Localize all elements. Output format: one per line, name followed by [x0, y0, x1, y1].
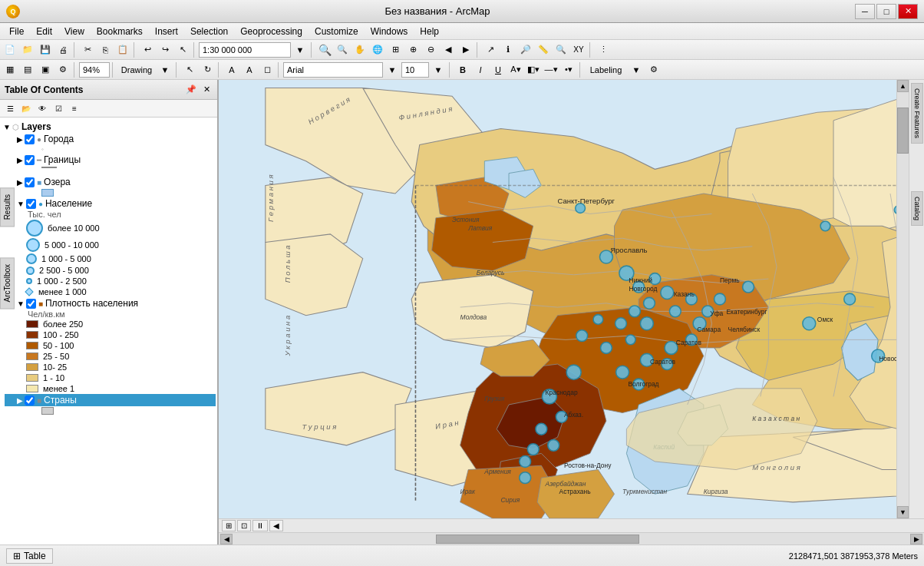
layer-strany[interactable]: ▶ ■ Страны: [5, 394, 216, 406]
goroda-expand[interactable]: ▶: [17, 135, 23, 144]
map-overview[interactable]: ⊞: [222, 520, 236, 531]
font-color-btn[interactable]: A▾: [507, 61, 524, 78]
naselenie-checkbox[interactable]: [26, 199, 36, 209]
layers-expand[interactable]: ▼: [3, 123, 11, 131]
close-button[interactable]: ✕: [898, 4, 918, 19]
goroda-checkbox[interactable]: [25, 134, 35, 144]
fill-color[interactable]: ◻: [259, 61, 276, 78]
menu-view[interactable]: View: [58, 25, 91, 38]
underline-button[interactable]: U: [490, 61, 507, 78]
toc-close-button[interactable]: ✕: [201, 84, 213, 95]
drawing-label[interactable]: Drawing: [117, 61, 156, 78]
undo-button[interactable]: ↩: [139, 41, 156, 58]
open-button[interactable]: 📁: [19, 41, 36, 58]
identify-button[interactable]: ℹ: [500, 41, 516, 58]
draw-btn1[interactable]: ▦: [2, 61, 18, 78]
layers-group[interactable]: ▼ ⬡ Layers: [2, 121, 216, 133]
plotnost-expand[interactable]: ▼: [17, 300, 25, 308]
granitsy-expand[interactable]: ▶: [17, 156, 23, 164]
draw-btn2[interactable]: ▤: [19, 61, 36, 78]
layer-goroda[interactable]: ▶ ● Города: [5, 133, 216, 145]
scale-dropdown[interactable]: ▼: [292, 41, 309, 58]
menu-bookmarks[interactable]: Bookmarks: [91, 25, 149, 38]
full-extent-button[interactable]: 🌐: [369, 41, 386, 58]
plotnost-checkbox[interactable]: [26, 299, 36, 309]
toc-source-view[interactable]: 📂: [19, 101, 33, 115]
paste-button[interactable]: 📋: [114, 41, 131, 58]
save-button[interactable]: 💾: [37, 41, 54, 58]
map-viewport[interactable]: Н о р в е г и я Ф и н л я н д и я Г е р …: [219, 80, 896, 518]
menu-windows[interactable]: Windows: [365, 25, 414, 38]
toc-visibility-view[interactable]: 👁: [35, 101, 49, 115]
map-hscrollbar[interactable]: ◀ ▶: [219, 532, 924, 544]
italic-button[interactable]: I: [472, 61, 489, 78]
copy-button[interactable]: ⎘: [97, 41, 114, 58]
zoom-out-button[interactable]: 🔍: [334, 41, 351, 58]
menu-geoprocessing[interactable]: Geoprocessing: [234, 25, 309, 38]
results-tab[interactable]: Results: [0, 187, 15, 227]
minimize-button[interactable]: ─: [855, 4, 875, 19]
point-color-btn[interactable]: •▾: [560, 61, 577, 78]
granitsy-checkbox[interactable]: [25, 155, 35, 165]
layer-granitsy[interactable]: ▶ ━ Границы: [5, 154, 216, 166]
menu-help[interactable]: Help: [414, 25, 445, 38]
map-vscrollbar[interactable]: ▲ ▼: [896, 80, 909, 518]
hscroll-left[interactable]: ◀: [220, 534, 233, 544]
hscroll-thumb[interactable]: [436, 535, 639, 544]
catalog-tab[interactable]: Catalog: [911, 191, 923, 226]
select-arrow[interactable]: ↖: [174, 41, 191, 58]
zoom-out-map[interactable]: ⊖: [422, 41, 439, 58]
table-button[interactable]: ⊞ Table: [6, 548, 53, 564]
line-color-btn[interactable]: —▾: [543, 61, 559, 78]
zoom-input[interactable]: 94%: [79, 62, 110, 78]
vscroll-thumb[interactable]: [897, 108, 909, 154]
forward-button[interactable]: ▶: [457, 41, 474, 58]
font-input[interactable]: Arial: [283, 62, 383, 78]
more-tools[interactable]: ⋮: [595, 41, 612, 58]
map-zoom-rect[interactable]: ⊡: [237, 520, 251, 531]
labeling-dropdown[interactable]: ▼: [628, 61, 645, 78]
strany-checkbox[interactable]: [25, 396, 35, 405]
zoom-in-button[interactable]: 🔍: [316, 41, 333, 58]
find-button[interactable]: 🔎: [517, 41, 534, 58]
zoom-full-button[interactable]: ⊞: [387, 41, 404, 58]
pointer-tool[interactable]: ↖: [181, 61, 198, 78]
toc-selection-view[interactable]: ☑: [51, 101, 65, 115]
create-features-tab[interactable]: Create Features: [911, 83, 923, 144]
text-tool[interactable]: A: [223, 61, 240, 78]
toc-options[interactable]: ≡: [68, 101, 81, 115]
bold-button[interactable]: B: [454, 61, 471, 78]
vscroll-down[interactable]: ▼: [897, 506, 909, 518]
menu-file[interactable]: File: [3, 25, 30, 38]
search-button[interactable]: 🔍: [553, 41, 569, 58]
ozera-expand[interactable]: ▶: [17, 178, 23, 187]
print-button[interactable]: 🖨: [54, 41, 71, 58]
redo-button[interactable]: ↪: [157, 41, 173, 58]
hscroll-right[interactable]: ▶: [910, 534, 922, 544]
back-button[interactable]: ◀: [440, 41, 457, 58]
pan-button[interactable]: ✋: [351, 41, 368, 58]
toc-list-view[interactable]: ☰: [3, 101, 17, 115]
measure-button[interactable]: 📏: [535, 41, 552, 58]
map-pause[interactable]: ⏸: [252, 520, 268, 531]
map-prev[interactable]: ◀: [269, 520, 283, 531]
layer-plotnost[interactable]: ▼ ■ Плотность населения: [5, 297, 216, 309]
ozera-checkbox[interactable]: [25, 177, 35, 187]
menu-insert[interactable]: Insert: [149, 25, 184, 38]
labeling-btn[interactable]: Labeling: [585, 61, 627, 78]
menu-customize[interactable]: Customize: [309, 25, 365, 38]
arctoolbox-tab[interactable]: ArcToolbox: [0, 257, 15, 309]
xy-button[interactable]: XY: [570, 41, 587, 58]
naselenie-expand[interactable]: ▼: [17, 200, 25, 208]
strany-expand[interactable]: ▶: [17, 396, 23, 405]
draw-btn4[interactable]: ⚙: [54, 61, 71, 78]
maximize-button[interactable]: □: [876, 4, 896, 19]
layer-ozera[interactable]: ▶ ■ Озера: [5, 176, 216, 188]
toc-pin-button[interactable]: 📌: [183, 84, 199, 95]
font-size-dropdown[interactable]: ▼: [430, 61, 447, 78]
drawing-arrow[interactable]: ▼: [157, 61, 173, 78]
layer-naselenie[interactable]: ▼ ● Население: [5, 197, 216, 210]
fill-color-btn[interactable]: ◧▾: [525, 61, 542, 78]
cut-button[interactable]: ✂: [79, 41, 96, 58]
vscroll-up[interactable]: ▲: [897, 80, 909, 92]
